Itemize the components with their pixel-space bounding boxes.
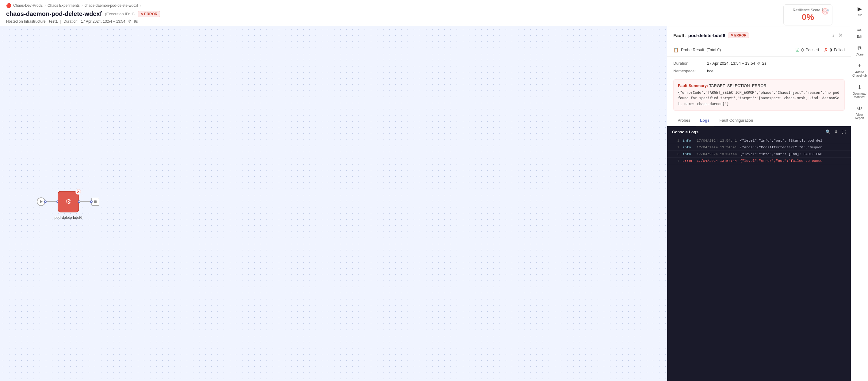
- resilience-decorative-icon: 🎯: [822, 8, 829, 15]
- breadcrumb: 🔴 Chaos-Dev-Prod2 › Chaos Experiments › …: [6, 3, 845, 8]
- fault-error-marker: ✕: [75, 189, 81, 195]
- sidebar-divider-1: [855, 22, 865, 22]
- panel-status-badge: ✕ ERROR: [728, 32, 749, 38]
- fault-detail-panel: Fault: pod-delete-bdef6 ✕ ERROR ℹ ✕: [667, 26, 851, 381]
- download-manifest-action[interactable]: ⬇ Download Manifest: [852, 81, 867, 102]
- fault-name: pod-delete-bdef6: [688, 33, 725, 38]
- detail-clock-icon: ⏱: [757, 62, 761, 65]
- connector-1: [45, 201, 58, 202]
- log-level-3: info: [682, 152, 693, 156]
- add-icon: +: [858, 63, 861, 69]
- passed-label: Passed: [805, 47, 819, 52]
- detail-duration-label: Duration:: [673, 61, 707, 66]
- fault-summary-box: Fault Summary: TARGET_SELECTION_ERROR {"…: [673, 80, 845, 110]
- fault-summary-title: Fault Summary: TARGET_SELECTION_ERROR: [678, 83, 840, 88]
- view-report-label: View Report: [854, 113, 865, 120]
- log-row-1: 1 info 17/04/2024 13:54:41 {"level":"inf…: [667, 137, 851, 144]
- probe-counts: ☑ 0 Passed ✗ 0 Failed: [795, 47, 845, 53]
- log-row-3: 3 info 17/04/2024 13:54:44 {"level":"inf…: [667, 151, 851, 158]
- probe-result-label: Probe Result: [681, 47, 704, 52]
- log-level-1: info: [682, 138, 693, 142]
- passed-num: 0: [802, 47, 804, 53]
- log-ts-1: 17/04/2024 13:54:41: [696, 138, 737, 142]
- edit-action[interactable]: ✏ Edit: [852, 24, 867, 41]
- download-label: Download Manifest: [853, 92, 866, 99]
- console-actions: 🔍 ⬇ ⛶: [826, 129, 846, 134]
- console-title: Console Logs: [672, 130, 699, 134]
- namespace-row: Namespace: hce: [673, 69, 845, 73]
- fault-node-icon: ⚙: [65, 198, 71, 206]
- log-num-3: 3: [672, 152, 679, 156]
- passed-icon: ☑: [795, 47, 800, 53]
- fault-node-wrapper[interactable]: ⚙ ✕ pod-delete-bdef6: [58, 191, 79, 213]
- log-num-4: 4: [672, 159, 679, 163]
- breadcrumb-section[interactable]: Chaos Experiments: [48, 3, 80, 8]
- log-num-2: 2: [672, 145, 679, 149]
- search-logs-button[interactable]: 🔍: [826, 129, 831, 134]
- fullscreen-logs-button[interactable]: ⛶: [842, 129, 846, 134]
- log-level-4: error: [682, 159, 693, 163]
- right-sidebar: ▶ Run ✏ Edit ⧉ Clone + Add to ChaosHub ⬇…: [851, 0, 868, 381]
- detail-duration-value: 17 Apr 2024, 13:54 – 13:54: [707, 61, 755, 66]
- error-icon: ✕: [731, 33, 734, 37]
- fault-summary-key: TARGET_SELECTION_ERROR: [709, 83, 767, 88]
- edit-label: Edit: [857, 35, 862, 38]
- log-row-4: 4 error 17/04/2024 13:54:44 {"level":"er…: [667, 158, 851, 164]
- end-dot: [94, 200, 97, 203]
- breadcrumb-org[interactable]: Chaos-Dev-Prod2: [13, 3, 42, 8]
- page-title: chaos-daemon-pod-delete-wdcxf: [6, 10, 102, 18]
- probe-result-row: 📋 Probe Result (Total 0) ☑ 0 Passed ✗ 0: [667, 43, 851, 57]
- edit-icon: ✏: [857, 27, 862, 34]
- close-panel-button[interactable]: ✕: [836, 31, 845, 39]
- view-report-action[interactable]: 👁 View Report: [852, 102, 867, 123]
- breadcrumb-sep2: ›: [82, 3, 83, 8]
- resilience-score-card: Resilience Score ℹ 0% 🎯: [783, 4, 832, 26]
- clone-action[interactable]: ⧉ Clone: [852, 42, 867, 59]
- add-to-chaoshub-action[interactable]: + Add to ChaosHub: [852, 60, 867, 80]
- flow-canvas: ⚙ ✕ pod-delete-bdef6: [0, 26, 667, 381]
- detail-namespace-label: Namespace:: [673, 69, 707, 73]
- breadcrumb-sep3: ›: [140, 3, 141, 8]
- details-section: Duration: 17 Apr 2024, 13:54 – 13:54 ⏱ 2…: [667, 57, 851, 80]
- fault-prefix: Fault:: [673, 33, 686, 38]
- resilience-label: Resilience Score: [793, 8, 820, 12]
- add-chaos-label: Add to ChaosHub: [852, 70, 867, 77]
- console-section: Console Logs 🔍 ⬇ ⛶ 1 info 17/04/2024 13:…: [667, 126, 851, 381]
- failed-icon: ✗: [824, 47, 828, 53]
- tab-logs[interactable]: Logs: [696, 115, 714, 126]
- log-ts-2: 17/04/2024 13:54:41: [696, 145, 737, 149]
- panel-info-icon[interactable]: ℹ: [832, 33, 834, 38]
- run-icon: ▶: [858, 5, 862, 12]
- download-logs-button[interactable]: ⬇: [834, 129, 838, 134]
- status-badge: ERROR: [138, 11, 160, 17]
- breadcrumb-experiment[interactable]: chaos-daemon-pod-delete-wdcxf: [85, 3, 138, 8]
- run-label: Run: [857, 13, 862, 17]
- tab-probes[interactable]: Probes: [673, 115, 694, 126]
- detail-tabs: Probes Logs Fault Configuration: [667, 115, 851, 126]
- clone-icon: ⧉: [858, 45, 862, 52]
- fault-node[interactable]: ⚙ ✕: [58, 191, 79, 213]
- connector-dot-right-2: [90, 200, 93, 203]
- log-ts-3: 17/04/2024 13:54:44: [696, 152, 737, 156]
- download-icon: ⬇: [857, 84, 862, 91]
- hosted-label: Hosted on Infrastructure:: [6, 19, 46, 24]
- connector-dot-left-1: [44, 200, 46, 203]
- duration-row: Duration: 17 Apr 2024, 13:54 – 13:54 ⏱ 2…: [673, 61, 845, 66]
- play-icon: [40, 200, 42, 203]
- fault-node-label: pod-delete-bdef6: [55, 216, 83, 220]
- probe-icon: 📋: [673, 47, 679, 53]
- log-msg-4: {"level":"error","out":"failed to execu: [740, 159, 846, 163]
- log-num-1: 1: [672, 138, 679, 142]
- fault-summary-detail: {"errorCode":"TARGET_SELECTION_ERROR","p…: [678, 90, 840, 107]
- log-ts-4: 17/04/2024 13:54:44: [696, 159, 737, 163]
- log-row-2: 2 info 17/04/2024 13:54:41 {"args":{"Pod…: [667, 144, 851, 151]
- duration-time: 9s: [134, 19, 138, 24]
- log-msg-3: {"level":"info","out":"[End]: FAULT END: [740, 152, 846, 156]
- detail-namespace-value: hce: [707, 69, 713, 73]
- probe-total: (Total 0): [706, 47, 721, 52]
- run-action[interactable]: ▶ Run: [852, 2, 867, 20]
- clock-icon: ⏱: [128, 19, 131, 24]
- tab-fault-config[interactable]: Fault Configuration: [715, 115, 757, 126]
- log-msg-2: {"args":{"PodsAffectedPerc":"0","Sequen: [740, 145, 846, 149]
- connector-dot-left-2: [78, 200, 80, 203]
